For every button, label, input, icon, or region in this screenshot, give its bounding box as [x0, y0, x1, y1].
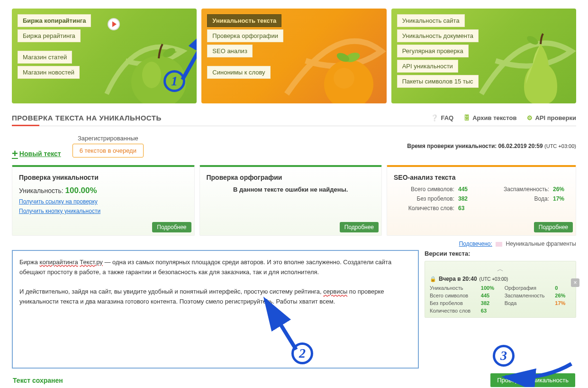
panel-spellcheck: Проверка орфографии В данном тексте ошиб… — [199, 165, 382, 236]
link-site-uniqueness[interactable]: Уникальность сайта — [397, 14, 465, 27]
content-row: Биржа копирайтинга Текст.ру — одна из са… — [12, 250, 576, 369]
spellcheck-message: В данном тексте ошибки не найдены. — [207, 186, 375, 193]
queue-box: Зарегистрированные 6 текстов в очереди — [72, 135, 144, 157]
versions-title: Версии текста: — [425, 250, 576, 257]
highlight-label: Неуникальные фрагменты — [506, 240, 576, 247]
chevron-up-icon[interactable]: ︿ — [430, 265, 571, 274]
svg-point-8 — [525, 34, 540, 46]
help-icon: ❔ — [431, 114, 438, 121]
version-timestamp: 🔒Вчера в 20:40 (UTC +03:00) — [430, 276, 571, 282]
saved-row: Текст сохранен Проверить уникальность 3 — [12, 373, 576, 387]
link-seo-analysis[interactable]: SEO анализ — [207, 45, 253, 57]
link-news-shop[interactable]: Магазин новостей — [18, 66, 80, 79]
link-copywriting-exchange[interactable]: Биржа копирайтинга — [18, 14, 91, 27]
annotation-number-1: 1 — [163, 70, 185, 92]
link-articles-shop[interactable]: Магазин статей — [18, 51, 72, 64]
seo-stats: Всего символов:445 Без пробелов:382 Коли… — [394, 186, 569, 212]
annotation-number-2: 2 — [291, 342, 313, 364]
panel-seo: SEO-анализ текста Всего символов:445 Без… — [387, 165, 576, 236]
link-document-uniqueness[interactable]: Уникальность документа — [397, 29, 479, 42]
panel-uniqueness: Проверка уникальности Уникальность: 100.… — [12, 165, 195, 236]
version-stats: Уникальность100%Орфография0 Всего символ… — [430, 285, 571, 314]
svg-point-1 — [142, 62, 161, 88]
banner-uniqueness: Уникальность текста Проверка орфографии … — [201, 9, 386, 103]
more-button-uniqueness[interactable]: Подробнее — [152, 222, 191, 232]
saved-label: Текст сохранен — [13, 377, 63, 384]
close-icon[interactable]: × — [571, 278, 579, 287]
highlighted-link[interactable]: Подсвечено: — [459, 240, 492, 247]
new-text-button[interactable]: +Новый текст — [12, 150, 61, 157]
panel-seo-title: SEO-анализ текста — [394, 174, 569, 181]
link-symbol-packs[interactable]: Пакеты символов 15 тыс — [397, 75, 479, 88]
panels: Проверка уникальности Уникальность: 100.… — [12, 165, 576, 236]
top-banners: Биржа копирайтинга Биржа рерайтинга Мага… — [0, 0, 588, 108]
play-icon[interactable] — [108, 18, 120, 30]
link-spellcheck[interactable]: Проверка орфографии — [207, 29, 283, 42]
check-time: Время проверки уникальности: 06.02.2019 … — [407, 143, 576, 149]
highlight-row: Подсвечено: Неуникальные фрагменты — [12, 236, 576, 250]
highlight-chip — [496, 242, 502, 247]
sub-row: +Новый текст Зарегистрированные 6 тексто… — [12, 126, 576, 161]
svg-line-3 — [182, 25, 197, 80]
text-editor[interactable]: Биржа копирайтинга Текст.ру — одна из са… — [12, 250, 419, 369]
plus-icon: + — [12, 150, 18, 157]
link-api-uniqueness[interactable]: API уникальности — [397, 60, 458, 73]
version-card[interactable]: ︿ 🔒Вчера в 20:40 (UTC +03:00) Уникальнос… — [425, 261, 576, 318]
annotation-number-3: 3 — [493, 345, 515, 367]
panel-uniqueness-title: Проверка уникальности — [19, 174, 188, 181]
more-button-seo[interactable]: Подробнее — [534, 222, 573, 232]
archive-icon: 🗄 — [464, 114, 470, 121]
svg-line-9 — [265, 300, 296, 350]
gear-icon: ⚙ — [527, 114, 533, 121]
top-links: ❔FAQ 🗄Архив текстов ⚙API проверки — [431, 114, 576, 121]
uniqueness-value: Уникальность: 100.00% — [19, 186, 188, 195]
lock-icon: 🔒 — [430, 276, 436, 282]
svg-point-5 — [334, 68, 354, 89]
link-regular-check[interactable]: Регулярная проверка — [397, 45, 469, 57]
api-link[interactable]: ⚙API проверки — [527, 114, 576, 121]
link-synonyms[interactable]: Синонимы к слову — [207, 66, 270, 79]
more-button-spellcheck[interactable]: Подробнее — [340, 222, 379, 232]
get-check-link[interactable]: Получить ссылку на проверку — [19, 198, 188, 205]
page-title: ПРОВЕРКА ТЕКСТА НА УНИКАЛЬНОСТЬ — [12, 114, 162, 122]
orange-icon — [316, 39, 382, 103]
page-title-row: ПРОВЕРКА ТЕКСТА НА УНИКАЛЬНОСТЬ ❔FAQ 🗄Ар… — [12, 108, 576, 126]
banner-site-uniqueness: Уникальность сайта Уникальность документ… — [391, 9, 576, 103]
banner-copywriting: Биржа копирайтинга Биржа рерайтинга Мага… — [12, 9, 197, 103]
link-text-uniqueness[interactable]: Уникальность текста — [207, 14, 281, 27]
faq-link[interactable]: ❔FAQ — [431, 114, 453, 121]
get-uniqueness-button-link[interactable]: Получить кнопку уникальности — [19, 208, 188, 214]
panel-spellcheck-title: Проверка орфографии — [207, 174, 375, 181]
archive-link[interactable]: 🗄Архив текстов — [464, 114, 516, 121]
pear-icon — [510, 30, 571, 103]
queue-label: Зарегистрированные — [72, 135, 144, 142]
queue-link[interactable]: 6 текстов в очереди — [72, 144, 144, 157]
link-rewriting-exchange[interactable]: Биржа рерайтинга — [18, 29, 81, 42]
